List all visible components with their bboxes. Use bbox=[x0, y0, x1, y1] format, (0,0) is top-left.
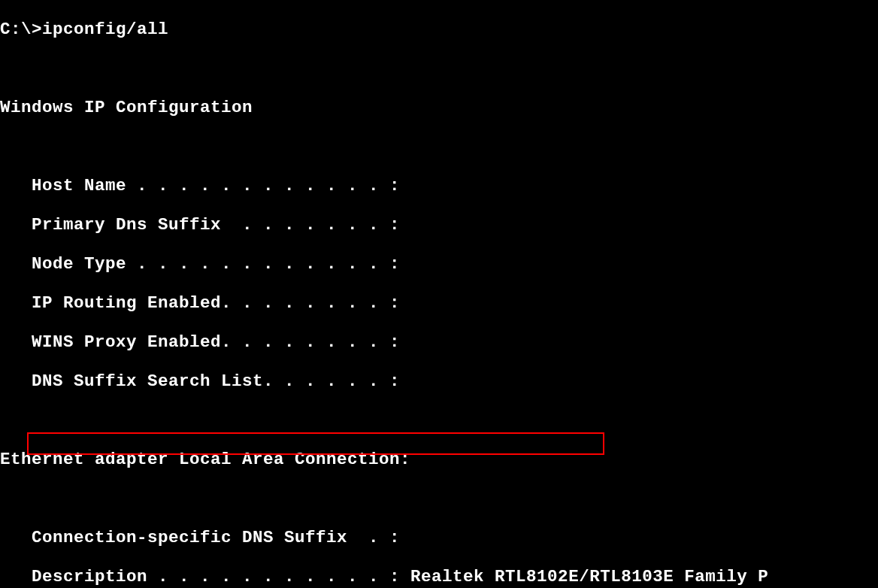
config-row: Connection-specific DNS Suffix . : bbox=[0, 528, 878, 547]
blank-line bbox=[0, 489, 878, 508]
config-row: Node Type . . . . . . . . . . . . : bbox=[0, 254, 878, 274]
dns-suffix-list-label: DNS Suffix Search List. . . . . . : bbox=[0, 371, 400, 391]
ip-routing-label: IP Routing Enabled. . . . . . . . : bbox=[0, 293, 400, 313]
blank-line bbox=[0, 411, 878, 430]
blank-line bbox=[0, 137, 878, 156]
config-row: Primary Dns Suffix . . . . . . . : bbox=[0, 215, 878, 235]
conn-dns-suffix-label: Connection-specific DNS Suffix . : bbox=[0, 528, 400, 547]
config-row: WINS Proxy Enabled. . . . . . . . : bbox=[0, 332, 878, 352]
config-row: Description . . . . . . . . . . . : Real… bbox=[0, 567, 878, 586]
terminal-output: C:\>ipconfig/all Windows IP Configuratio… bbox=[0, 0, 878, 588]
wins-proxy-label: WINS Proxy Enabled. . . . . . . . : bbox=[0, 332, 400, 352]
description-value: Realtek RTL8102E/RTL8103E Family P bbox=[410, 567, 768, 586]
prompt-command: C:\>ipconfig/all bbox=[0, 20, 168, 39]
section-header: Windows IP Configuration bbox=[0, 98, 878, 117]
node-type-label: Node Type . . . . . . . . . . . . : bbox=[0, 254, 400, 274]
config-row: IP Routing Enabled. . . . . . . . : bbox=[0, 293, 878, 313]
config-row: DNS Suffix Search List. . . . . . : bbox=[0, 371, 878, 391]
host-name-label: Host Name . . . . . . . . . . . . : bbox=[0, 176, 400, 195]
section-header: Ethernet adapter Local Area Connection: bbox=[0, 450, 878, 469]
blank-line bbox=[0, 59, 878, 78]
description-label: Description . . . . . . . . . . . : bbox=[0, 567, 410, 586]
primary-dns-suffix-label: Primary Dns Suffix . . . . . . . : bbox=[0, 215, 400, 235]
config-row: Host Name . . . . . . . . . . . . : bbox=[0, 176, 878, 195]
command-prompt-line: C:\>ipconfig/all bbox=[0, 20, 878, 39]
